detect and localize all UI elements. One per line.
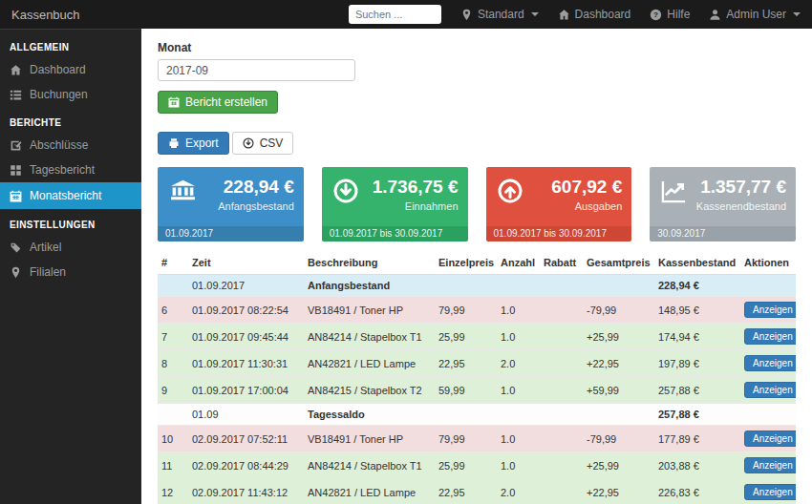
cell-num: 9 (158, 377, 188, 404)
nav-item-admin-user[interactable]: Admin User (709, 8, 801, 21)
cell-zeit: 02.09.2017 11:43:12 (188, 479, 304, 504)
anzeigen-button[interactable]: Anzeigen (744, 484, 796, 500)
sidebar-item-label: Abschlüsse (30, 138, 88, 152)
anzeigen-button[interactable]: Anzeigen (744, 328, 796, 345)
cell-aktionen: Anzeigen (740, 377, 796, 404)
sidebar-item-artikel[interactable]: Artikel (0, 235, 141, 260)
search-input[interactable] (349, 5, 441, 24)
cell-rabatt (540, 377, 583, 404)
app-brand[interactable]: Kassenbuch (0, 8, 141, 22)
cell-anzahl: 2.0 (497, 350, 540, 377)
cell-num: 11 (158, 452, 188, 479)
sidebar-item-buchungen[interactable]: Buchungen (0, 82, 141, 107)
cell-rabatt (540, 479, 583, 504)
sidebar-item-filialen[interactable]: Filialen (0, 260, 141, 284)
anzeigen-button[interactable]: Anzeigen (744, 382, 796, 398)
card-footer: 01.09.2017 bis 30.09.2017 (322, 226, 468, 242)
csv-button[interactable]: CSV (232, 132, 294, 155)
cell-kassenbestand: 197,89 € (654, 350, 740, 377)
cell-rabatt (540, 426, 583, 452)
sidebar-item-dashboard[interactable]: Dashboard (0, 57, 141, 82)
sidebar: ALLGEMEIN Dashboard Buchungen BERICHTE A… (0, 29, 141, 504)
stat-cards: 228,94 € Anfangsbestand 01.09.2017 1.736… (158, 167, 796, 242)
cell-beschreibung: AN42821 / LED Lampe (304, 350, 435, 377)
nav-item-hilfe[interactable]: Hilfe (650, 8, 690, 21)
cell-gesamtpreis: +59,99 (583, 377, 654, 404)
cell-anzahl (497, 275, 540, 297)
anzeigen-button[interactable]: Anzeigen (744, 302, 796, 318)
cell-gesamtpreis: +22,95 (583, 479, 654, 504)
column-header: Aktionen (740, 253, 796, 275)
tags-icon (10, 242, 22, 254)
column-header: Kassenbestand (654, 253, 740, 275)
table-row: 01.09Tagessaldo257,88 € (158, 404, 796, 426)
cell-rabatt (540, 350, 583, 377)
cell-einzelpreis: 25,99 (435, 452, 497, 479)
cell-kassenbestand: 257,88 € (654, 377, 740, 404)
column-header: Gesamtpreis (583, 253, 654, 275)
anzeigen-button[interactable]: Anzeigen (744, 430, 796, 447)
cell-einzelpreis: 79,99 (435, 297, 497, 324)
calendar-icon (168, 96, 180, 108)
chevron-down-icon (531, 12, 539, 16)
cell-einzelpreis (435, 275, 497, 297)
chart-icon (661, 178, 687, 204)
cell-rabatt (540, 452, 583, 479)
export-label: Export (185, 136, 219, 150)
map-marker-icon (10, 266, 22, 279)
card-kassenendbestand: 1.357,77 € Kassenendbestand 30.09.2017 (650, 167, 796, 242)
cell-kassenbestand: 177,89 € (654, 426, 740, 452)
arrow-circle-down-icon (333, 178, 358, 203)
cell-beschreibung: VB18491 / Toner HP (304, 297, 435, 324)
column-header: # (158, 253, 188, 275)
cell-aktionen: Anzeigen (740, 426, 796, 452)
cell-kassenbestand: 226,83 € (654, 479, 740, 504)
map-marker-icon (460, 9, 473, 21)
check-square-icon (10, 139, 22, 152)
create-report-button[interactable]: Bericht erstellen (158, 91, 278, 114)
export-button[interactable]: Export (158, 132, 229, 155)
question-circle-icon (650, 9, 662, 21)
sidebar-item-abschluesse[interactable]: Abschlüsse (0, 133, 141, 158)
cell-rabatt (540, 297, 583, 324)
sidebar-item-tagesbericht[interactable]: Tagesbericht (0, 158, 141, 182)
cell-beschreibung: Anfangsbestand (304, 275, 435, 297)
table-header-row: #ZeitBeschreibungEinzelpreisAnzahlRabatt… (158, 253, 796, 275)
sidebar-item-label: Buchungen (30, 88, 88, 101)
sidebar-item-label: Monatsbericht (30, 189, 101, 202)
cell-zeit: 01.09.2017 08:22:54 (188, 297, 304, 324)
sidebar-item-monatsbericht[interactable]: Monatsbericht (0, 182, 141, 209)
card-ausgaben: 607,92 € Ausgaben 01.09.2017 bis 30.09.2… (486, 167, 632, 242)
cell-rabatt (540, 324, 583, 350)
list-icon (10, 89, 22, 101)
cell-einzelpreis: 22,95 (435, 479, 497, 504)
cell-anzahl (497, 404, 540, 426)
cell-einzelpreis: 22,95 (435, 350, 497, 377)
nav-item-label: Admin User (726, 8, 786, 21)
home-icon (558, 9, 570, 21)
month-label: Monat (158, 41, 796, 54)
top-navbar: Kassenbuch Standard Dashboard Hilfe Admi… (0, 0, 812, 29)
cell-beschreibung: AN84214 / Stapelbox T1 (304, 324, 435, 350)
cell-kassenbestand: 228,94 € (654, 275, 740, 297)
transactions-tbody: 01.09.2017Anfangsbestand228,94 €601.09.2… (158, 275, 796, 504)
cell-zeit: 01.09.2017 17:00:04 (188, 377, 304, 404)
cell-aktionen: Anzeigen (740, 452, 796, 479)
cell-zeit: 02.09.2017 08:44:29 (188, 452, 304, 479)
cell-anzahl: 1.0 (497, 452, 540, 479)
cell-num: 12 (158, 479, 188, 504)
table-row: 01.09.2017Anfangsbestand228,94 € (158, 275, 796, 297)
table-row: 1202.09.2017 11:43:12AN42821 / LED Lampe… (158, 479, 796, 504)
cell-aktionen: Anzeigen (740, 479, 796, 504)
cell-beschreibung: VB18491 / Toner HP (304, 426, 435, 452)
anzeigen-button[interactable]: Anzeigen (744, 355, 796, 371)
cell-kassenbestand: 174,94 € (654, 324, 740, 350)
cell-num: 8 (158, 350, 188, 377)
nav-item-standard[interactable]: Standard (460, 8, 539, 21)
card-anfangsbestand: 228,94 € Anfangsbestand 01.09.2017 (158, 167, 304, 242)
anzeigen-button[interactable]: Anzeigen (744, 457, 796, 473)
column-header: Anzahl (497, 253, 540, 275)
month-input[interactable] (158, 59, 355, 81)
nav-item-dashboard[interactable]: Dashboard (558, 8, 631, 21)
cell-einzelpreis: 59,99 (435, 377, 497, 404)
